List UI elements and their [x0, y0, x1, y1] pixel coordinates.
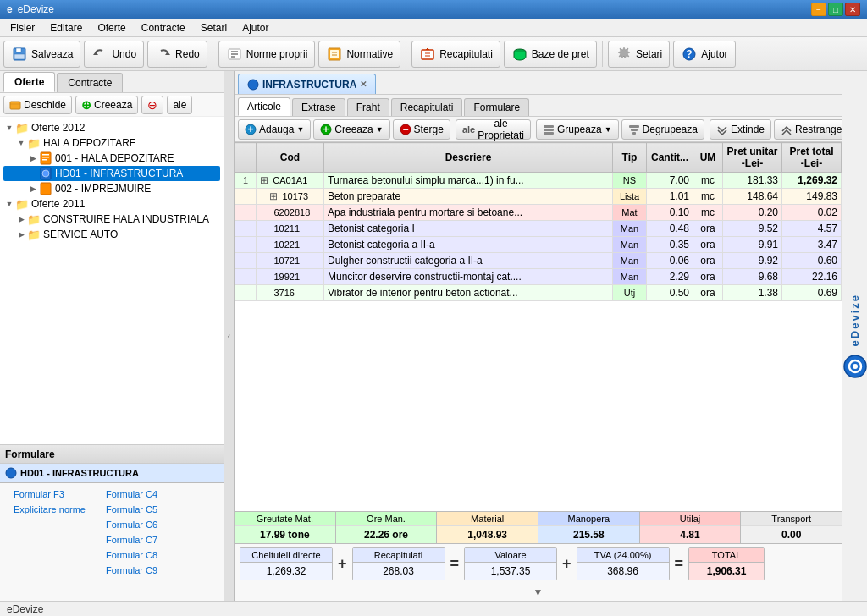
- separator-1: [213, 41, 213, 67]
- col-pret-total[interactable]: Pret total-Lei-: [782, 143, 842, 173]
- delete-tree-button[interactable]: ⊖: [141, 96, 163, 114]
- table-row[interactable]: 19921 Muncitor deservire constructii-mon…: [235, 269, 842, 285]
- ajutor-button[interactable]: ? Ajutor: [673, 41, 735, 68]
- tab-oferte[interactable]: Oferte: [3, 72, 55, 92]
- table-row[interactable]: 1 ⊞ CA01A1 Turnarea betonului simplu mar…: [235, 173, 842, 189]
- formular-c4-link[interactable]: Formular C4: [99, 487, 164, 502]
- normative-button[interactable]: Normative: [318, 41, 400, 68]
- expand-icon: ▼: [15, 137, 27, 149]
- cell-valoare: Valoare 1,537.35: [464, 547, 557, 580]
- save-button[interactable]: Salveaza: [3, 41, 80, 68]
- minimize-button[interactable]: −: [811, 3, 826, 16]
- tree-node-oferte2012[interactable]: ▼ 📁 Oferte 2012: [3, 120, 220, 135]
- redo-icon: [155, 46, 172, 63]
- formular-c9-link[interactable]: Formular C9: [99, 563, 164, 578]
- menu-setari[interactable]: Setari: [194, 20, 234, 36]
- row-cod: 10221: [257, 237, 324, 253]
- table-row[interactable]: 10721 Dulgher constructii categoria a II…: [235, 253, 842, 269]
- tab-articole[interactable]: Articole: [238, 97, 290, 116]
- row-um: mc: [693, 189, 723, 205]
- table-row[interactable]: 3716 Vibrator de interior pentru beton a…: [235, 285, 842, 301]
- adauga-button[interactable]: + Adauga ▼: [238, 119, 311, 140]
- restrange-button[interactable]: Restrange: [774, 119, 842, 140]
- material-value: 1,048.93: [437, 526, 538, 543]
- expand-icon: ▶: [15, 213, 27, 225]
- table-row[interactable]: 6202818 Apa industriala pentru mortare s…: [235, 205, 842, 221]
- tree-node-hala-dep[interactable]: ▼ 📁 HALA DEPOZITARE: [3, 135, 220, 151]
- col-pret-unitar[interactable]: Pret unitar-Lei-: [723, 143, 782, 173]
- col-num: [235, 143, 257, 173]
- setari-button[interactable]: Setari: [608, 41, 670, 68]
- explicitare-norme-link[interactable]: Explicitare norme: [7, 502, 92, 517]
- watermark-logo: [843, 355, 867, 378]
- doc-tab-infrastructura[interactable]: INFRASTRUCTURA ✕: [238, 74, 376, 94]
- svg-rect-36: [544, 125, 554, 128]
- formular-c8-link[interactable]: Formular C8: [99, 547, 164, 563]
- col-um[interactable]: UM: [693, 143, 723, 173]
- tab-formulare[interactable]: Formulare: [464, 98, 529, 116]
- formular-c7-link[interactable]: Formular C7: [99, 532, 164, 547]
- tree-node-001-hala[interactable]: ▶ 001 - HALA DEPOZITARE: [3, 151, 220, 166]
- degrupeaza-icon: [628, 124, 640, 135]
- scroll-down-arrow[interactable]: ▼: [235, 584, 842, 601]
- tree-node-oferte2011[interactable]: ▼ 📁 Oferte 2011: [3, 196, 220, 212]
- proprietati-button[interactable]: ale ale Proprietati: [456, 119, 531, 140]
- tab-fraht[interactable]: Fraht: [347, 98, 389, 116]
- svg-rect-23: [42, 157, 49, 158]
- row-um: mc: [693, 173, 723, 189]
- tab-extrase[interactable]: Extrase: [292, 98, 345, 116]
- tree-node-hd01[interactable]: HD01 - INFRASTRUCTURA: [3, 166, 220, 181]
- col-cod[interactable]: Cod: [257, 143, 324, 173]
- degrupeaza-button[interactable]: Degrupeaza: [621, 119, 704, 140]
- creeaza-tree-button[interactable]: ⊕ Creeaza: [75, 96, 138, 114]
- menu-ajutor[interactable]: Ajutor: [235, 20, 275, 36]
- panel-collapse-handle[interactable]: ‹: [224, 71, 235, 601]
- col-descriere[interactable]: Descriere: [324, 143, 613, 173]
- undo-button[interactable]: Undo: [84, 41, 144, 68]
- grupeaza-button[interactable]: Grupeaza ▼: [536, 119, 619, 140]
- utilaj-value: 4.81: [640, 526, 741, 543]
- sterge-button[interactable]: − Sterge: [393, 119, 450, 140]
- recapitul-button[interactable]: Recapitulati: [411, 41, 500, 68]
- close-button[interactable]: ✕: [845, 3, 860, 16]
- tab-contracte[interactable]: Contracte: [57, 73, 123, 92]
- extinde-button[interactable]: Extinde: [710, 119, 771, 140]
- creeaza-action-button[interactable]: + Creeaza ▼: [313, 119, 389, 140]
- menu-oferte[interactable]: Oferte: [91, 20, 132, 36]
- tree-node-service[interactable]: ▶ 📁 SERVICE AUTO: [3, 227, 220, 242]
- row-cantitate: 0.35: [647, 237, 693, 253]
- formular-f3-link[interactable]: Formular F3: [7, 487, 92, 502]
- data-table-container[interactable]: Cod Descriere Tip Cantit... UM Pret unit…: [235, 142, 842, 511]
- table-row[interactable]: 10221 Betonist categoria a II-a Man 0.35…: [235, 237, 842, 253]
- baze-pret-button[interactable]: Baze de pret: [504, 41, 597, 68]
- deschide-button[interactable]: Deschide: [3, 96, 72, 114]
- svg-text:?: ?: [687, 48, 693, 60]
- formular-c6-link[interactable]: Formular C6: [99, 517, 164, 532]
- expand-icon: ▼: [3, 198, 15, 210]
- redo-button[interactable]: Redo: [147, 41, 207, 68]
- doc-tab-close[interactable]: ✕: [360, 80, 367, 89]
- col-cantitate[interactable]: Cantit...: [647, 143, 693, 173]
- maximize-button[interactable]: □: [828, 3, 843, 16]
- menu-contracte[interactable]: Contracte: [135, 20, 192, 36]
- folder-icon: 📁: [27, 136, 41, 150]
- adauga-icon: +: [245, 124, 257, 135]
- tree-node-construire[interactable]: ▶ 📁 CONSTRUIRE HALA INDUSTRIALA: [3, 212, 220, 227]
- tree-node-002-imprej[interactable]: ▶ 002 - IMPREJMUIRE: [3, 181, 220, 196]
- col-tip[interactable]: Tip: [613, 143, 647, 173]
- table-row[interactable]: 10211 Betonist categoria I Man 0.48 ora …: [235, 221, 842, 237]
- ale-tree-button[interactable]: ale: [167, 96, 192, 114]
- table-row[interactable]: ⊞ 10173 Beton preparate Lista 1.01 mc 14…: [235, 189, 842, 205]
- formular-c5-link[interactable]: Formular C5: [99, 502, 164, 517]
- cell-recapitulati-total: Recapitulati 268.03: [352, 547, 445, 580]
- window-controls: − □ ✕: [811, 3, 860, 16]
- menu-fisier[interactable]: Fisier: [3, 20, 41, 36]
- row-pret-unitar: 0.20: [723, 205, 782, 221]
- tree-view[interactable]: ▼ 📁 Oferte 2012 ▼ 📁 HALA DEPOZITARE ▶ 00…: [0, 117, 224, 444]
- tab-recapitul[interactable]: Recapitulati: [391, 98, 463, 116]
- menu-editare[interactable]: Editare: [43, 20, 89, 36]
- row-descriere: Betonist categoria a II-a: [324, 237, 613, 253]
- norme-proprii-button[interactable]: Norme proprii: [218, 41, 316, 68]
- norme-proprii-icon: [226, 46, 243, 63]
- svg-rect-22: [42, 154, 49, 156]
